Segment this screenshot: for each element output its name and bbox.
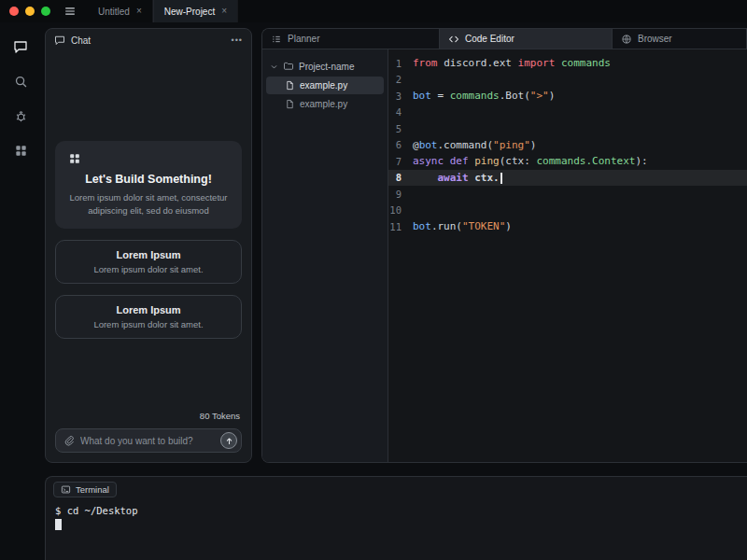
close-tab-icon[interactable]: × bbox=[136, 7, 142, 16]
editor-caret bbox=[500, 173, 502, 184]
menu-icon[interactable] bbox=[63, 5, 77, 18]
terminal-cursor bbox=[55, 519, 62, 530]
tokens-count: 80 Tokens bbox=[55, 411, 242, 428]
file-icon bbox=[285, 80, 295, 91]
line-number: 2 bbox=[388, 74, 413, 85]
folder-name: Project-name bbox=[299, 62, 354, 72]
line-number: 3 bbox=[388, 91, 413, 102]
window-tab-bar: Untitled × New-Project × bbox=[88, 0, 238, 22]
code-text: await ctx. bbox=[413, 172, 502, 184]
close-window-button[interactable] bbox=[9, 7, 19, 16]
tab-label: Planner bbox=[288, 34, 319, 44]
suggestion-card[interactable]: Lorem Ipsum Lorem ipsum dolor sit amet. bbox=[55, 240, 242, 284]
folder-icon bbox=[283, 61, 294, 72]
suggestion-title: Lorem Ipsum bbox=[63, 304, 233, 315]
line-number: 11 bbox=[388, 221, 413, 232]
code-line[interactable]: 3bot = commands.Bot(">") bbox=[388, 88, 747, 105]
chat-icon[interactable] bbox=[9, 35, 32, 58]
more-options-button[interactable]: ••• bbox=[232, 35, 243, 45]
terminal-line: $ cd ~/Desktop bbox=[55, 505, 738, 516]
code-line[interactable]: 2 bbox=[388, 72, 747, 89]
chat-icon bbox=[54, 35, 65, 46]
line-number: 6 bbox=[388, 139, 413, 150]
chat-panel-header: Chat ••• bbox=[46, 29, 251, 51]
tab-untitled[interactable]: Untitled × bbox=[88, 0, 153, 22]
file-tree: Project-name example.py example.py bbox=[262, 49, 388, 462]
code-lines: 1from discord.ext import commands23bot =… bbox=[388, 55, 747, 235]
tab-label: Untitled bbox=[98, 7, 130, 17]
suggestion-body: Lorem ipsum dolor sit amet. bbox=[63, 264, 233, 274]
left-icon-rail bbox=[0, 22, 41, 560]
code-line[interactable]: 11bot.run("TOKEN") bbox=[388, 218, 747, 235]
bug-icon[interactable] bbox=[9, 105, 32, 127]
window-titlebar: Untitled × New-Project × bbox=[0, 0, 747, 22]
code-line[interactable]: 1from discord.ext import commands bbox=[388, 55, 747, 72]
chat-input-container bbox=[55, 428, 242, 453]
code-text: @bot.command("ping") bbox=[413, 139, 536, 151]
suggestion-card[interactable]: Lorem Ipsum Lorem ipsum dolor sit amet. bbox=[55, 295, 242, 339]
file-name: example.py bbox=[300, 80, 347, 91]
chat-panel-title: Chat bbox=[71, 35, 91, 46]
line-number: 9 bbox=[388, 189, 413, 200]
tree-file-example-py[interactable]: example.py bbox=[266, 95, 384, 113]
terminal-prompt: $ bbox=[55, 505, 61, 516]
tab-code-editor[interactable]: Code Editor bbox=[440, 29, 613, 49]
terminal-panel: Terminal $ cd ~/Desktop bbox=[45, 476, 747, 560]
apps-icon[interactable] bbox=[9, 139, 32, 161]
search-icon[interactable] bbox=[9, 70, 32, 92]
line-number: 7 bbox=[388, 156, 413, 167]
chevron-down-icon bbox=[270, 63, 278, 71]
code-line[interactable]: 8 await ctx. bbox=[388, 170, 747, 187]
code-line[interactable]: 10 bbox=[388, 203, 747, 219]
apps-icon bbox=[68, 152, 229, 165]
code-line[interactable]: 6@bot.command("ping") bbox=[388, 137, 747, 154]
chat-body: Let's Build Something! Lorem ipsum dolor… bbox=[46, 51, 251, 462]
terminal-tab[interactable]: Terminal bbox=[53, 482, 117, 497]
welcome-body: Lorem ipsum dolor sit amet, consectetur … bbox=[68, 191, 229, 217]
chat-input[interactable] bbox=[80, 436, 215, 446]
code-line[interactable]: 9 bbox=[388, 186, 747, 203]
terminal-output[interactable]: $ cd ~/Desktop bbox=[46, 497, 747, 530]
line-number: 4 bbox=[388, 106, 413, 118]
suggestion-body: Lorem ipsum dolor sit amet. bbox=[63, 319, 233, 329]
code-text: bot = commands.Bot(">") bbox=[413, 90, 555, 102]
line-number: 5 bbox=[388, 123, 413, 134]
suggestion-title: Lorem Ipsum bbox=[63, 249, 233, 260]
code-line[interactable]: 5 bbox=[388, 120, 747, 137]
terminal-title: Terminal bbox=[76, 484, 109, 495]
workspace-tab-bar: Planner Code Editor Browser bbox=[262, 29, 747, 49]
window-controls bbox=[9, 7, 50, 16]
line-number: 10 bbox=[388, 204, 413, 216]
code-text: async def ping(ctx: commands.Context): bbox=[413, 155, 648, 167]
welcome-card: Let's Build Something! Lorem ipsum dolor… bbox=[55, 141, 242, 229]
tab-browser[interactable]: Browser bbox=[613, 29, 747, 49]
workspace-panel: Planner Code Editor Browser Proje bbox=[261, 28, 747, 463]
browser-icon bbox=[621, 34, 632, 45]
minimize-window-button[interactable] bbox=[25, 7, 35, 16]
tree-file-example-py[interactable]: example.py bbox=[266, 77, 384, 94]
code-text: bot.run("TOKEN") bbox=[413, 220, 512, 232]
planner-icon bbox=[271, 34, 282, 45]
terminal-header: Terminal bbox=[46, 477, 747, 497]
code-editor[interactable]: 1from discord.ext import commands23bot =… bbox=[388, 49, 747, 462]
tree-folder-project[interactable]: Project-name bbox=[262, 57, 388, 76]
terminal-icon bbox=[61, 484, 71, 495]
file-name: example.py bbox=[300, 99, 347, 109]
line-number: 1 bbox=[388, 58, 413, 69]
file-icon bbox=[285, 99, 295, 109]
chat-panel: Chat ••• Let's Build Something! Lorem ip… bbox=[45, 28, 252, 463]
tab-planner[interactable]: Planner bbox=[262, 29, 440, 49]
zoom-window-button[interactable] bbox=[41, 7, 50, 16]
code-line[interactable]: 7async def ping(ctx: commands.Context): bbox=[388, 153, 747, 170]
tab-label: Browser bbox=[638, 34, 672, 44]
terminal-command: cd ~/Desktop bbox=[67, 505, 138, 516]
code-icon bbox=[448, 34, 459, 45]
send-button[interactable] bbox=[220, 432, 237, 449]
close-tab-icon[interactable]: × bbox=[221, 7, 227, 16]
tab-label: Code Editor bbox=[465, 34, 514, 44]
code-text: from discord.ext import commands bbox=[413, 57, 611, 69]
attachment-icon[interactable] bbox=[63, 435, 75, 446]
code-line[interactable]: 4 bbox=[388, 105, 747, 121]
welcome-title: Let's Build Something! bbox=[68, 173, 229, 186]
tab-new-project[interactable]: New-Project × bbox=[153, 0, 238, 22]
